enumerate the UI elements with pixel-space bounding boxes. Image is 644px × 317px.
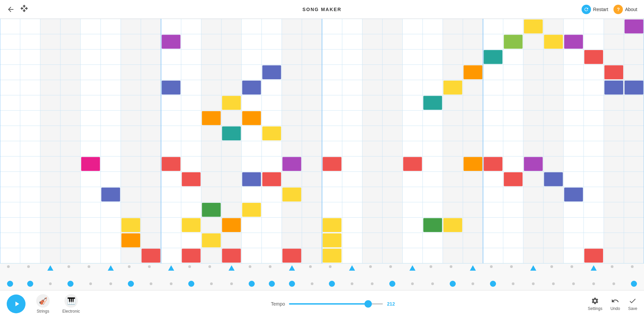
perc-triangle-cell[interactable] xyxy=(249,265,251,268)
perc-triangle-cell[interactable] xyxy=(329,265,332,268)
perc-circle-cell[interactable] xyxy=(210,282,213,285)
perc-triangle-cell[interactable] xyxy=(631,265,634,268)
perc-circle-cell[interactable] xyxy=(612,282,615,285)
perc-triangle-cell[interactable] xyxy=(389,265,392,268)
perc-circle-cell[interactable] xyxy=(188,281,194,287)
about-button[interactable]: ? About xyxy=(613,5,637,14)
perc-circle-cell[interactable] xyxy=(7,281,13,287)
perc-triangle-cell[interactable] xyxy=(571,265,573,268)
perc-triangle-cell[interactable] xyxy=(490,265,493,268)
perc-circle-cell[interactable] xyxy=(631,281,637,287)
perc-triangle-cell[interactable] xyxy=(88,265,90,268)
perc-triangle-cell[interactable] xyxy=(450,265,452,268)
perc-circle-cell[interactable] xyxy=(532,282,535,285)
perc-triangle-cell[interactable] xyxy=(510,265,513,268)
perc-circle-cell[interactable] xyxy=(371,282,374,285)
perc-circle-cell[interactable] xyxy=(450,281,456,287)
restart-label: Restart xyxy=(593,7,608,12)
header: SONG MAKER Restart ? About xyxy=(0,0,644,19)
perc-triangle-cell[interactable] xyxy=(47,265,53,271)
perc-circle-cell[interactable] xyxy=(128,281,134,287)
electronic-button[interactable]: 🎹 Electronic xyxy=(60,294,82,314)
perc-triangle-cell[interactable] xyxy=(168,265,174,271)
perc-triangle-cell[interactable] xyxy=(148,265,151,268)
perc-circle-cell[interactable] xyxy=(490,281,496,287)
back-button[interactable] xyxy=(7,5,15,13)
undo-label: Undo xyxy=(610,306,620,311)
perc-triangle-cell[interactable] xyxy=(591,265,597,271)
about-label: About xyxy=(625,7,637,12)
grid-container[interactable] xyxy=(0,19,644,263)
perc-triangle-cell[interactable] xyxy=(128,265,131,268)
move-button[interactable] xyxy=(20,4,28,14)
perc-circle-cell[interactable] xyxy=(170,282,172,285)
perc-triangle-cell[interactable] xyxy=(470,265,476,271)
perc-circle-cell[interactable] xyxy=(411,282,414,285)
perc-triangle-cell[interactable] xyxy=(349,265,355,271)
perc-circle-cell[interactable] xyxy=(109,282,112,285)
perc-circle-cell[interactable] xyxy=(592,282,595,285)
perc-circle-cell[interactable] xyxy=(512,282,514,285)
strings-icon: 🎻 xyxy=(36,294,50,308)
perc-triangle-cell[interactable] xyxy=(611,265,613,268)
app-title: SONG MAKER xyxy=(302,7,341,12)
perc-circle-cell[interactable] xyxy=(67,281,73,287)
settings-button[interactable]: Settings xyxy=(588,297,602,311)
perc-triangle-cell[interactable] xyxy=(550,265,553,268)
perc-triangle-cell[interactable] xyxy=(430,265,432,268)
perc-triangle-cell[interactable] xyxy=(409,265,415,271)
tempo-slider[interactable] xyxy=(289,303,383,305)
perc-circle-cell[interactable] xyxy=(150,282,152,285)
perc-triangle-cell[interactable] xyxy=(67,265,70,268)
restart-icon xyxy=(582,5,591,14)
perc-circle-cell[interactable] xyxy=(230,282,233,285)
header-left xyxy=(7,4,28,14)
song-grid[interactable] xyxy=(0,19,644,263)
strings-button[interactable]: 🎻 Strings xyxy=(32,294,54,314)
footer: 🎻 Strings 🎹 Electronic Tempo 212 Setting… xyxy=(0,290,644,317)
perc-circle-cell[interactable] xyxy=(269,281,275,287)
perc-triangle-cell[interactable] xyxy=(229,265,235,271)
perc-circle-cell[interactable] xyxy=(27,281,33,287)
perc-circle-cell[interactable] xyxy=(431,282,434,285)
perc-triangle-cell[interactable] xyxy=(208,265,211,268)
main-area xyxy=(0,19,644,290)
perc-circle-cell[interactable] xyxy=(389,281,395,287)
electronic-icon: 🎹 xyxy=(64,294,78,308)
electronic-label: Electronic xyxy=(62,309,80,314)
perc-circle-cell[interactable] xyxy=(472,282,474,285)
settings-label: Settings xyxy=(588,306,602,311)
perc-triangle-cell[interactable] xyxy=(289,265,295,271)
perc-circle-cell[interactable] xyxy=(572,282,575,285)
footer-actions: Settings Undo Save xyxy=(588,297,637,311)
play-button[interactable] xyxy=(7,295,26,313)
perc-circle-cell[interactable] xyxy=(329,281,335,287)
perc-triangle-cell[interactable] xyxy=(369,265,372,268)
perc-circle-cell[interactable] xyxy=(311,282,313,285)
strings-label: Strings xyxy=(37,309,49,314)
save-label: Save xyxy=(628,306,637,311)
perc-triangle-cell[interactable] xyxy=(188,265,191,268)
tempo-value: 212 xyxy=(387,301,399,307)
perc-triangle-cell[interactable] xyxy=(7,265,10,268)
perc-triangle-cell[interactable] xyxy=(309,265,312,268)
perc-circle-cell[interactable] xyxy=(49,282,52,285)
perc-triangle-cell[interactable] xyxy=(27,265,30,268)
perc-circle-cell[interactable] xyxy=(351,282,353,285)
restart-button[interactable]: Restart xyxy=(582,5,608,14)
perc-circle-cell[interactable] xyxy=(552,282,555,285)
perc-triangle-cell[interactable] xyxy=(108,265,114,271)
about-icon: ? xyxy=(613,5,623,14)
header-right: Restart ? About xyxy=(582,5,637,14)
percussion-area[interactable] xyxy=(0,263,644,290)
perc-triangle-cell[interactable] xyxy=(530,265,536,271)
undo-button[interactable]: Undo xyxy=(610,297,620,311)
perc-circle-cell[interactable] xyxy=(249,281,255,287)
perc-circle-cell[interactable] xyxy=(89,282,92,285)
tempo-area: Tempo 212 xyxy=(271,301,399,307)
tempo-label: Tempo xyxy=(271,301,285,307)
save-button[interactable]: Save xyxy=(628,297,637,311)
perc-circle-cell[interactable] xyxy=(289,281,295,287)
perc-triangle-cell[interactable] xyxy=(269,265,271,268)
